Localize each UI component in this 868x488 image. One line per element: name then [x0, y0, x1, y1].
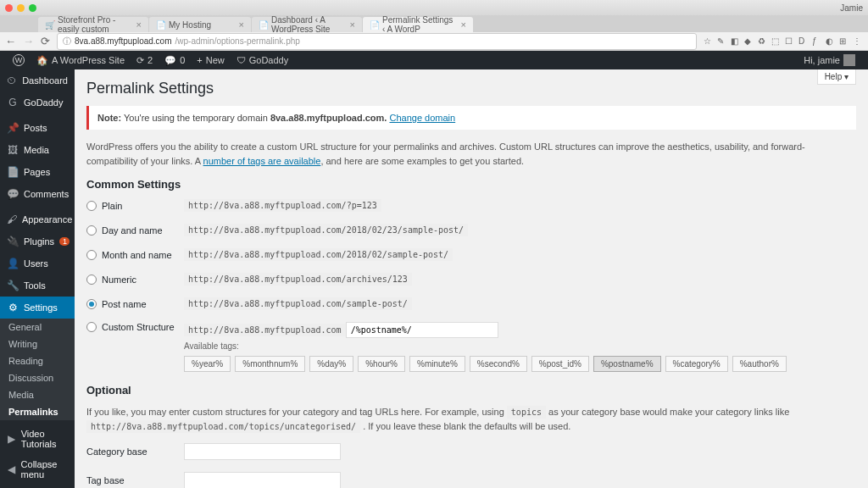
ext-icon[interactable]: ◐: [826, 36, 836, 47]
video-icon: ▶: [7, 433, 16, 445]
category-base-input[interactable]: [184, 443, 341, 460]
tag-monthnum[interactable]: %monthnum%: [235, 356, 305, 372]
sidebar-item-appearance[interactable]: 🖌Appearance: [0, 208, 75, 230]
ext-icon[interactable]: ✎: [717, 36, 727, 47]
site-link[interactable]: 🏠A WordPress Site: [31, 51, 131, 69]
browser-tab[interactable]: 📄Dashboard ‹ A WordPress Site×: [252, 17, 362, 32]
radio-label[interactable]: Numeric: [86, 274, 184, 285]
godaddy-icon: G: [7, 97, 19, 108]
sidebar-item-plugins[interactable]: 🔌Plugins1: [0, 230, 75, 252]
tag-base-input[interactable]: [184, 472, 341, 488]
updates-link[interactable]: ⟳2: [131, 51, 159, 69]
reload-button[interactable]: ⟳: [41, 35, 50, 47]
browser-tab-active[interactable]: 📄Permalink Settings ‹ A WordP×: [363, 17, 473, 32]
close-icon[interactable]: ×: [239, 19, 244, 30]
help-tab[interactable]: Help ▾: [817, 69, 856, 85]
ext-icon[interactable]: ◧: [731, 36, 741, 47]
window-close-icon[interactable]: [5, 4, 13, 12]
sidebar-item-pages[interactable]: 📄Pages: [0, 161, 75, 183]
favicon-icon: 🛒: [45, 20, 53, 29]
radio-input[interactable]: [86, 201, 97, 211]
godaddy-icon: 🛡: [236, 55, 246, 65]
star-icon[interactable]: ☆: [704, 36, 714, 47]
wp-admin-bar: W 🏠A WordPress Site ⟳2 💬0 +New 🛡GoDaddy …: [0, 51, 868, 69]
sidebar-item-tools[interactable]: 🔧Tools: [0, 274, 75, 297]
sidebar-item-godaddy[interactable]: GGoDaddy: [0, 92, 75, 114]
sidebar-item-dashboard[interactable]: ⏲Dashboard: [0, 69, 75, 92]
radio-label[interactable]: Day and name: [86, 225, 184, 236]
radio-input[interactable]: [86, 250, 97, 260]
tag-minute[interactable]: %minute%: [409, 356, 465, 372]
browser-tab[interactable]: 📄My Hosting×: [149, 17, 251, 32]
godaddy-link[interactable]: 🛡GoDaddy: [231, 51, 294, 69]
forward-button[interactable]: →: [23, 35, 34, 47]
brush-icon: 🖌: [7, 214, 17, 225]
heading-optional: Optional: [86, 384, 856, 396]
tag-second[interactable]: %second%: [470, 356, 527, 372]
submenu-reading[interactable]: Reading: [0, 352, 75, 369]
tag-post-id[interactable]: %post_id%: [531, 356, 589, 372]
row-tag-base: Tag base: [86, 472, 856, 488]
tag-year[interactable]: %year%: [184, 356, 231, 372]
radio-input-checked[interactable]: [86, 299, 97, 309]
submenu-discussion[interactable]: Discussion: [0, 369, 75, 386]
tags-doc-link[interactable]: number of tags are available: [203, 156, 321, 166]
back-button[interactable]: ←: [5, 35, 16, 47]
radio-input[interactable]: [86, 225, 97, 236]
comments-link[interactable]: 💬0: [159, 51, 191, 69]
radio-input[interactable]: [86, 274, 97, 285]
ext-icon[interactable]: ƒ: [812, 36, 822, 47]
radio-input[interactable]: [86, 322, 97, 332]
custom-structure-input[interactable]: [346, 322, 498, 338]
ext-icon[interactable]: ◆: [744, 36, 754, 47]
window-minimize-icon[interactable]: [17, 4, 25, 12]
new-content-link[interactable]: +New: [191, 51, 230, 69]
plus-icon: +: [197, 55, 202, 65]
page-description: WordPress offers you the ability to crea…: [86, 140, 856, 168]
change-domain-link[interactable]: Change domain: [389, 113, 455, 123]
optional-description: If you like, you may enter custom struct…: [86, 405, 856, 433]
ext-icon[interactable]: ⊞: [839, 36, 849, 47]
tag-day[interactable]: %day%: [309, 356, 353, 372]
pin-icon: 📌: [7, 122, 19, 134]
tag-category[interactable]: %category%: [665, 356, 728, 372]
heading-common: Common Settings: [86, 178, 856, 191]
address-bar[interactable]: ⓘ 8va.a88.myftpupload.com/wp-admin/optio…: [57, 33, 697, 50]
tag-postname[interactable]: %postname%: [593, 356, 661, 372]
sidebar-item-users[interactable]: 👤Users: [0, 252, 75, 274]
menu-icon[interactable]: ⋮: [853, 36, 863, 47]
sidebar-item-comments[interactable]: 💬Comments: [0, 183, 75, 205]
permalink-example: http://8va.a88.myftpupload.com/sample-po…: [184, 297, 412, 310]
sidebar-item-posts[interactable]: 📌Posts: [0, 117, 75, 139]
permalink-example: http://8va.a88.myftpupload.com/?p=123: [184, 199, 381, 212]
option-day-name: Day and name http://8va.a88.myftpupload.…: [86, 224, 856, 236]
radio-label[interactable]: Post name: [86, 299, 184, 309]
submenu-permalinks[interactable]: Permalinks: [0, 403, 75, 420]
option-post-name: Post name http://8va.a88.myftpupload.com…: [86, 297, 856, 310]
browser-tab[interactable]: 🛒Storefront Pro - easily custom×: [38, 17, 148, 32]
sidebar-item-media[interactable]: 🖼Media: [0, 139, 75, 161]
ext-icon[interactable]: ♻: [758, 36, 768, 47]
window-zoom-icon[interactable]: [29, 4, 36, 12]
settings-submenu: General Writing Reading Discussion Media…: [0, 319, 75, 420]
tag-author[interactable]: %author%: [732, 356, 787, 372]
option-plain: Plain http://8va.a88.myftpupload.com/?p=…: [86, 199, 856, 212]
close-icon[interactable]: ×: [350, 19, 355, 30]
submenu-writing[interactable]: Writing: [0, 336, 75, 352]
my-account[interactable]: Hi, jamie: [798, 54, 861, 66]
ext-icon[interactable]: ☐: [785, 36, 795, 47]
ext-icon[interactable]: ⬚: [771, 36, 782, 47]
tag-hour[interactable]: %hour%: [358, 356, 405, 372]
wp-logo[interactable]: W: [7, 51, 31, 69]
sidebar-item-video[interactable]: ▶Video Tutorials: [0, 424, 75, 454]
radio-label[interactable]: Month and name: [86, 250, 184, 260]
sidebar-item-settings[interactable]: ⚙Settings: [0, 297, 75, 319]
sidebar-collapse[interactable]: ◀Collapse menu: [0, 454, 75, 485]
submenu-general[interactable]: General: [0, 319, 75, 336]
radio-label[interactable]: Plain: [86, 201, 184, 211]
close-icon[interactable]: ×: [461, 19, 466, 30]
submenu-media[interactable]: Media: [0, 386, 75, 403]
radio-label[interactable]: Custom Structure: [86, 322, 184, 332]
ext-icon[interactable]: D: [798, 36, 809, 47]
close-icon[interactable]: ×: [136, 19, 142, 30]
